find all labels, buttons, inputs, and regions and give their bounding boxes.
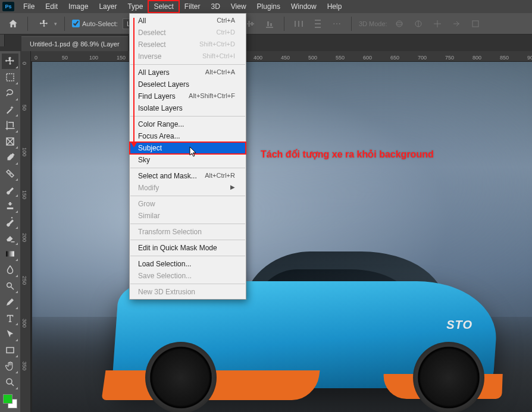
svg-rect-21 (315, 20, 321, 21)
zoom-tool[interactable] (2, 375, 18, 390)
home-icon[interactable] (6, 17, 20, 31)
ruler-tick: 850 (500, 55, 509, 61)
menubar: Ps FileEditImageLayerTypeSelectFilter3DV… (0, 0, 532, 13)
menu-edit[interactable]: Edit (40, 1, 63, 12)
document-image: STO (32, 62, 532, 412)
svg-rect-14 (251, 22, 253, 26)
menu-item-isolate-layers[interactable]: Isolate Layers (130, 102, 246, 114)
menu-item-all[interactable]: AllCtrl+A (130, 15, 246, 27)
document-tab[interactable]: Untitled-1.psd @ 86.9% (Layer (21, 36, 128, 51)
menu-image[interactable]: Image (63, 1, 93, 12)
menu-item-color-range[interactable]: Color Range... (130, 118, 246, 130)
menu-item-subject[interactable]: Subject (130, 142, 246, 154)
lasso-tool[interactable] (2, 86, 18, 101)
more-icon[interactable]: ⋯ (330, 17, 344, 31)
menu-help[interactable]: Help (322, 1, 348, 12)
frame-tool[interactable] (2, 134, 18, 149)
panel-collapse-strip[interactable] (0, 34, 5, 46)
blur-tool[interactable] (2, 262, 18, 278)
menu-item-deselect-layers[interactable]: Deselect Layers (130, 78, 246, 90)
ruler-tick: 450 (281, 55, 290, 61)
ruler-tick: 100 (89, 55, 98, 61)
menu-view[interactable]: View (226, 1, 252, 12)
menu-item-deselect: DeselectCtrl+D (130, 27, 246, 39)
menu-item-reselect: ReselectShift+Ctrl+D (130, 39, 246, 51)
menu-item-sky[interactable]: Sky (130, 154, 246, 166)
menu-item-save-selection: Save Selection... (130, 270, 246, 282)
history-brush-tool[interactable] (2, 214, 18, 229)
magic-wand-tool[interactable] (2, 102, 18, 117)
hand-tool[interactable] (2, 358, 18, 374)
color-swatch[interactable] (3, 394, 17, 408)
ruler-tick: 750 (445, 55, 454, 61)
menu-window[interactable]: Window (286, 1, 322, 12)
canvas[interactable]: STO (32, 62, 532, 412)
menu-item-select-and-mask[interactable]: Select and Mask...Alt+Ctrl+R (130, 170, 246, 182)
menu-file[interactable]: File (18, 1, 40, 12)
ruler-tick: 400 (254, 55, 262, 61)
ruler-tick: 0 (35, 55, 37, 61)
distribute-h-icon[interactable] (292, 17, 306, 31)
gradient-tool[interactable] (2, 246, 18, 262)
menu-item-all-layers[interactable]: All LayersAlt+Ctrl+A (130, 67, 246, 78)
ruler-tick: 550 (336, 55, 345, 61)
menu-item-inverse: InverseShift+Ctrl+I (130, 51, 246, 62)
ruler-tick: 700 (418, 55, 427, 61)
ruler-tick: 50 (62, 55, 68, 61)
pen-tool[interactable] (2, 294, 18, 310)
move-tool[interactable] (2, 54, 18, 69)
ruler-horizontal: 0501001502002503003504004505005506006507… (31, 51, 532, 62)
cursor-icon (189, 146, 198, 158)
dodge-tool[interactable] (2, 278, 18, 294)
menu-item-load-selection[interactable]: Load Selection... (130, 258, 246, 270)
3d-orbit-icon[interactable] (392, 17, 406, 31)
type-tool[interactable] (2, 310, 18, 326)
ruler-tick: 650 (390, 55, 399, 61)
svg-rect-16 (267, 21, 269, 26)
eraser-tool[interactable] (2, 230, 18, 246)
menu-layer[interactable]: Layer (93, 1, 122, 12)
menu-item-find-layers[interactable]: Find LayersAlt+Shift+Ctrl+F (130, 90, 246, 102)
menu-select[interactable]: Select (148, 1, 179, 12)
select-menu-dropdown: AllCtrl+ADeselectCtrl+DReselectShift+Ctr… (129, 13, 246, 300)
menu-item-focus-area[interactable]: Focus Area... (130, 130, 246, 142)
svg-rect-27 (472, 21, 478, 27)
svg-rect-18 (295, 21, 296, 27)
menu-filter[interactable]: Filter (179, 1, 206, 12)
auto-select-checkbox[interactable]: Auto-Select: (72, 20, 118, 27)
svg-rect-15 (266, 27, 273, 28)
path-select-tool[interactable] (2, 326, 18, 342)
ruler-tick-v: 150 (21, 190, 27, 199)
rectangle-tool[interactable] (2, 342, 18, 358)
brush-tool[interactable] (2, 182, 18, 197)
3d-scale-icon[interactable] (468, 17, 483, 31)
menu-item-edit-in-quick-mask-mode[interactable]: Edit in Quick Mask Mode (130, 242, 246, 254)
document-tab-bar: Untitled-1.psd @ 86.9% (Layer (0, 34, 532, 51)
distribute-v-icon[interactable] (311, 17, 325, 31)
ruler-tick-v: 250 (21, 276, 27, 285)
menu-type[interactable]: Type (122, 1, 148, 12)
annotation-text: Tách đối tượng xe ra khỏi background (261, 149, 434, 160)
ruler-tick-v: 350 (21, 361, 27, 370)
svg-rect-19 (298, 21, 299, 27)
ruler-tick-v: 50 (21, 105, 27, 111)
move-tool-icon (35, 17, 49, 31)
3d-slide-icon[interactable] (449, 17, 464, 31)
3d-pan-icon[interactable] (430, 17, 445, 31)
svg-point-25 (396, 23, 402, 25)
svg-rect-17 (270, 23, 272, 26)
crop-tool[interactable] (2, 118, 18, 133)
menu-item-similar: Similar (130, 210, 246, 222)
menu-3d[interactable]: 3D (205, 1, 225, 12)
ruler-tick: 500 (308, 55, 317, 61)
car-badge-text: STO (446, 318, 472, 332)
healing-tool[interactable] (2, 166, 18, 181)
align-bottom-icon[interactable] (262, 17, 277, 31)
clone-tool[interactable] (2, 198, 18, 213)
artboard-tool[interactable] (2, 70, 18, 85)
3d-roll-icon[interactable] (411, 17, 425, 31)
eyedropper-tool[interactable] (2, 150, 18, 165)
svg-rect-20 (302, 21, 303, 27)
menu-plugins[interactable]: Plugins (252, 1, 286, 12)
ruler-vertical: 050100150200250300350 (20, 51, 31, 412)
